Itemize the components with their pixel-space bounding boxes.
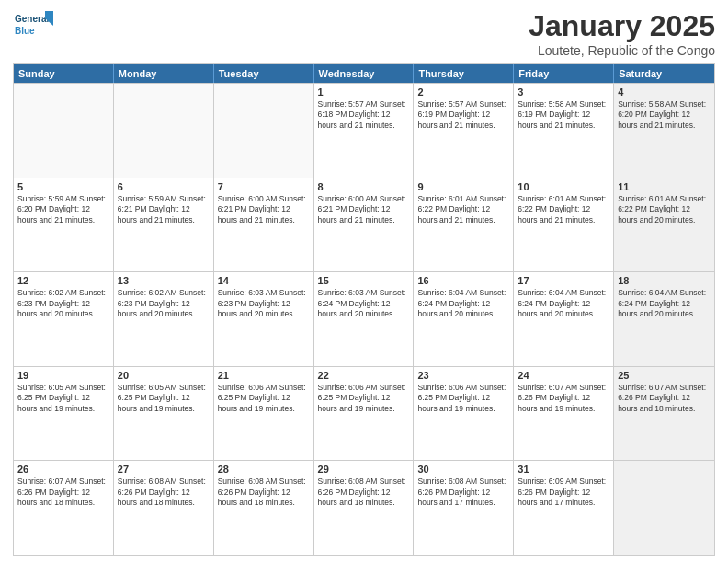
day-cell-19: 19Sunrise: 6:05 AM Sunset: 6:25 PM Dayli… (14, 367, 114, 461)
day-number: 29 (318, 464, 410, 475)
day-number: 12 (17, 275, 109, 286)
day-cell-23: 23Sunrise: 6:06 AM Sunset: 6:25 PM Dayli… (414, 367, 514, 461)
day-info: Sunrise: 5:59 AM Sunset: 6:20 PM Dayligh… (17, 194, 109, 225)
empty-cell-4-6 (614, 461, 714, 555)
week-row-1: 1Sunrise: 5:57 AM Sunset: 6:18 PM Daylig… (14, 83, 714, 178)
day-number: 24 (518, 370, 609, 381)
day-cell-24: 24Sunrise: 6:07 AM Sunset: 6:26 PM Dayli… (514, 367, 614, 461)
day-number: 1 (318, 86, 410, 98)
day-number: 6 (118, 181, 210, 192)
week-row-5: 26Sunrise: 6:07 AM Sunset: 6:26 PM Dayli… (14, 460, 714, 555)
day-info: Sunrise: 6:07 AM Sunset: 6:26 PM Dayligh… (618, 383, 711, 414)
day-cell-6: 6Sunrise: 5:59 AM Sunset: 6:21 PM Daylig… (114, 178, 214, 272)
day-number: 15 (318, 275, 410, 286)
day-info: Sunrise: 6:06 AM Sunset: 6:25 PM Dayligh… (318, 383, 410, 414)
day-info: Sunrise: 6:03 AM Sunset: 6:24 PM Dayligh… (318, 288, 410, 319)
header-cell-wednesday: Wednesday (314, 64, 415, 83)
day-cell-10: 10Sunrise: 6:01 AM Sunset: 6:22 PM Dayli… (514, 178, 614, 272)
header-cell-tuesday: Tuesday (214, 64, 314, 83)
svg-text:Blue: Blue (15, 26, 35, 36)
day-info: Sunrise: 6:08 AM Sunset: 6:26 PM Dayligh… (318, 477, 410, 508)
day-info: Sunrise: 6:01 AM Sunset: 6:22 PM Dayligh… (518, 194, 609, 225)
day-info: Sunrise: 6:04 AM Sunset: 6:24 PM Dayligh… (417, 288, 509, 319)
day-info: Sunrise: 6:05 AM Sunset: 6:25 PM Dayligh… (118, 383, 210, 414)
empty-cell-0-2 (214, 84, 314, 178)
day-number: 28 (218, 464, 310, 475)
day-cell-27: 27Sunrise: 6:08 AM Sunset: 6:26 PM Dayli… (114, 461, 214, 555)
day-info: Sunrise: 6:06 AM Sunset: 6:25 PM Dayligh… (417, 383, 509, 414)
day-info: Sunrise: 5:57 AM Sunset: 6:18 PM Dayligh… (318, 99, 410, 131)
day-cell-17: 17Sunrise: 6:04 AM Sunset: 6:24 PM Dayli… (514, 272, 614, 366)
day-number: 20 (118, 370, 210, 381)
day-info: Sunrise: 6:02 AM Sunset: 6:23 PM Dayligh… (17, 288, 109, 319)
day-number: 9 (417, 181, 509, 192)
day-cell-14: 14Sunrise: 6:03 AM Sunset: 6:23 PM Dayli… (214, 272, 314, 366)
day-cell-13: 13Sunrise: 6:02 AM Sunset: 6:23 PM Dayli… (114, 272, 214, 366)
day-number: 11 (618, 181, 711, 192)
header: General Blue January 2025 Loutete, Repub… (13, 9, 715, 58)
header-cell-sunday: Sunday (14, 64, 114, 83)
day-cell-1: 1Sunrise: 5:57 AM Sunset: 6:18 PM Daylig… (314, 84, 415, 178)
day-number: 27 (118, 464, 210, 475)
day-cell-22: 22Sunrise: 6:06 AM Sunset: 6:25 PM Dayli… (314, 367, 415, 461)
day-info: Sunrise: 6:08 AM Sunset: 6:26 PM Dayligh… (218, 477, 310, 508)
day-info: Sunrise: 6:03 AM Sunset: 6:23 PM Dayligh… (218, 288, 310, 319)
day-info: Sunrise: 6:09 AM Sunset: 6:26 PM Dayligh… (518, 477, 609, 508)
calendar-body: 1Sunrise: 5:57 AM Sunset: 6:18 PM Daylig… (14, 83, 714, 555)
day-cell-9: 9Sunrise: 6:01 AM Sunset: 6:22 PM Daylig… (414, 178, 514, 272)
day-info: Sunrise: 6:07 AM Sunset: 6:26 PM Dayligh… (17, 477, 109, 508)
day-cell-28: 28Sunrise: 6:08 AM Sunset: 6:26 PM Dayli… (214, 461, 314, 555)
day-number: 30 (417, 464, 509, 475)
calendar: SundayMondayTuesdayWednesdayThursdayFrid… (13, 63, 715, 556)
day-info: Sunrise: 6:00 AM Sunset: 6:21 PM Dayligh… (218, 194, 310, 225)
day-number: 21 (218, 370, 310, 381)
day-cell-26: 26Sunrise: 6:07 AM Sunset: 6:26 PM Dayli… (14, 461, 114, 555)
day-info: Sunrise: 6:00 AM Sunset: 6:21 PM Dayligh… (318, 194, 410, 225)
day-cell-25: 25Sunrise: 6:07 AM Sunset: 6:26 PM Dayli… (614, 367, 714, 461)
day-cell-5: 5Sunrise: 5:59 AM Sunset: 6:20 PM Daylig… (14, 178, 114, 272)
svg-text:General: General (15, 14, 49, 24)
day-info: Sunrise: 6:06 AM Sunset: 6:25 PM Dayligh… (218, 383, 310, 414)
day-info: Sunrise: 6:01 AM Sunset: 6:22 PM Dayligh… (618, 194, 711, 225)
day-number: 13 (118, 275, 210, 286)
header-cell-thursday: Thursday (414, 64, 514, 83)
day-cell-2: 2Sunrise: 5:57 AM Sunset: 6:19 PM Daylig… (414, 84, 514, 178)
calendar-subtitle: Loutete, Republic of the Congo (529, 43, 715, 58)
day-number: 22 (318, 370, 410, 381)
day-info: Sunrise: 6:02 AM Sunset: 6:23 PM Dayligh… (118, 288, 210, 319)
header-cell-monday: Monday (114, 64, 214, 83)
logo: General Blue (13, 9, 53, 42)
header-cell-friday: Friday (514, 64, 614, 83)
day-cell-8: 8Sunrise: 6:00 AM Sunset: 6:21 PM Daylig… (314, 178, 415, 272)
page: General Blue January 2025 Loutete, Repub… (0, 0, 728, 563)
day-cell-7: 7Sunrise: 6:00 AM Sunset: 6:21 PM Daylig… (214, 178, 314, 272)
day-cell-3: 3Sunrise: 5:58 AM Sunset: 6:19 PM Daylig… (514, 84, 614, 178)
day-info: Sunrise: 6:01 AM Sunset: 6:22 PM Dayligh… (417, 194, 509, 225)
day-cell-11: 11Sunrise: 6:01 AM Sunset: 6:22 PM Dayli… (614, 178, 714, 272)
day-number: 16 (417, 275, 509, 286)
day-cell-30: 30Sunrise: 6:08 AM Sunset: 6:26 PM Dayli… (414, 461, 514, 555)
day-info: Sunrise: 6:07 AM Sunset: 6:26 PM Dayligh… (518, 383, 609, 414)
calendar-header-row: SundayMondayTuesdayWednesdayThursdayFrid… (14, 64, 714, 83)
day-info: Sunrise: 6:05 AM Sunset: 6:25 PM Dayligh… (17, 383, 109, 414)
day-cell-18: 18Sunrise: 6:04 AM Sunset: 6:24 PM Dayli… (614, 272, 714, 366)
day-number: 3 (518, 86, 609, 98)
day-number: 8 (318, 181, 410, 192)
empty-cell-0-0 (14, 84, 114, 178)
day-number: 19 (17, 370, 109, 381)
day-number: 18 (618, 275, 711, 286)
day-cell-16: 16Sunrise: 6:04 AM Sunset: 6:24 PM Dayli… (414, 272, 514, 366)
week-row-2: 5Sunrise: 5:59 AM Sunset: 6:20 PM Daylig… (14, 178, 714, 272)
calendar-title: January 2025 (529, 9, 715, 43)
day-info: Sunrise: 5:57 AM Sunset: 6:19 PM Dayligh… (417, 99, 509, 131)
day-number: 10 (518, 181, 609, 192)
header-cell-saturday: Saturday (614, 64, 714, 83)
day-info: Sunrise: 5:58 AM Sunset: 6:20 PM Dayligh… (618, 99, 711, 131)
day-number: 14 (218, 275, 310, 286)
week-row-4: 19Sunrise: 6:05 AM Sunset: 6:25 PM Dayli… (14, 366, 714, 461)
logo-svg: General Blue (13, 9, 53, 42)
day-number: 17 (518, 275, 609, 286)
day-info: Sunrise: 6:08 AM Sunset: 6:26 PM Dayligh… (118, 477, 210, 508)
day-cell-15: 15Sunrise: 6:03 AM Sunset: 6:24 PM Dayli… (314, 272, 415, 366)
day-cell-29: 29Sunrise: 6:08 AM Sunset: 6:26 PM Dayli… (314, 461, 415, 555)
